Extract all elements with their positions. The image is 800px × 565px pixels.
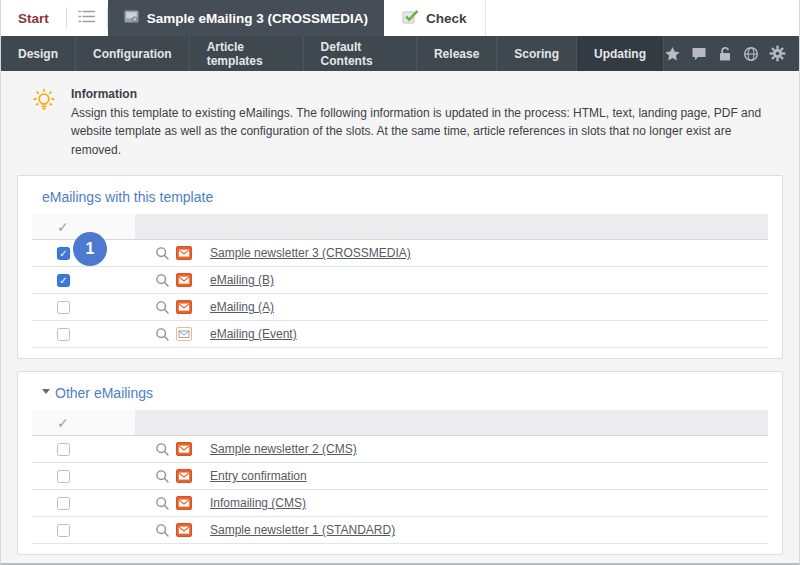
nav-action-icons	[664, 36, 799, 71]
tab-label: Check	[426, 11, 467, 26]
emailing-cell: eMailing (B)	[135, 273, 768, 288]
checkbox-cell	[32, 328, 135, 341]
start-tab[interactable]: Start	[1, 0, 66, 36]
emailings-table: Sample newsletter 3 (CROSSMEDIA)eMailing…	[32, 214, 768, 348]
preview-magnifier-icon[interactable]	[155, 496, 170, 511]
table-row: Entry confirmation	[32, 463, 768, 490]
table-row: Sample newsletter 1 (STANDARD)	[32, 517, 768, 544]
emailing-cell: Entry confirmation	[135, 469, 768, 484]
row-checkbox[interactable]	[57, 274, 70, 287]
table-row: Sample newsletter 2 (CMS)	[32, 436, 768, 463]
email-icon	[176, 300, 192, 314]
row-checkbox[interactable]	[57, 247, 70, 260]
preview-magnifier-icon[interactable]	[155, 273, 170, 288]
nav-label: Configuration	[93, 47, 172, 61]
row-checkbox[interactable]	[57, 301, 70, 314]
row-checkbox[interactable]	[57, 328, 70, 341]
checkbox-cell	[32, 497, 135, 510]
table-body: Sample newsletter 2 (CMS)Entry confirmat…	[32, 436, 768, 544]
list-view-button[interactable]	[67, 0, 107, 36]
checkbox-cell	[32, 470, 135, 483]
tab-label: Sample eMailing 3 (CROSSMEDIA)	[147, 11, 368, 26]
action-bar: 2 Save and assign	[1, 555, 799, 565]
row-checkbox[interactable]	[57, 524, 70, 537]
preview-magnifier-icon[interactable]	[155, 523, 170, 538]
select-all-checkmark-icon[interactable]	[57, 214, 69, 240]
nav-label: Updating	[594, 47, 646, 61]
row-checkbox[interactable]	[57, 497, 70, 510]
name-header-cell	[135, 214, 768, 239]
top-tab-bar: Start Sample eMailing 3 (CROSSMEDIA) Che…	[1, 0, 799, 36]
email-icon	[176, 442, 192, 456]
emailing-link[interactable]: eMailing (A)	[210, 300, 274, 314]
nav-tab-scoring[interactable]: Scoring	[497, 36, 577, 71]
emailing-cell: eMailing (Event)	[135, 327, 768, 342]
favorites-star-icon[interactable]	[664, 46, 681, 62]
checkbox-cell	[32, 524, 135, 537]
nav-label: Scoring	[514, 47, 559, 61]
emailing-link[interactable]: Sample newsletter 1 (STANDARD)	[210, 523, 395, 537]
nav-label: Design	[18, 47, 58, 61]
nav-label: Default Contents	[321, 40, 399, 68]
row-checkbox[interactable]	[57, 470, 70, 483]
emailing-cell: Sample newsletter 2 (CMS)	[135, 442, 768, 457]
panel-title-label: Other eMailings	[55, 385, 153, 401]
preview-magnifier-icon[interactable]	[155, 327, 170, 342]
tab-check[interactable]: Check	[384, 0, 486, 36]
emailing-link[interactable]: eMailing (B)	[210, 273, 274, 287]
table-row: Sample newsletter 3 (CROSSMEDIA)	[32, 240, 768, 267]
preview-magnifier-icon[interactable]	[155, 246, 170, 261]
info-lightbulb-icon	[31, 85, 57, 159]
list-icon	[78, 9, 96, 28]
emailing-link[interactable]: Sample newsletter 3 (CROSSMEDIA)	[210, 246, 411, 260]
checkbox-cell	[32, 274, 135, 287]
collapse-caret-icon[interactable]	[42, 389, 50, 394]
table-header	[32, 214, 768, 240]
panel-other-emailings: Other eMailings Sample newsletter 2 (CMS…	[17, 371, 783, 555]
settings-gear-icon[interactable]	[769, 45, 786, 62]
email-icon	[176, 273, 192, 287]
panel-title: Other eMailings	[32, 380, 768, 410]
nav-tab-release[interactable]: Release	[417, 36, 497, 71]
table-row: eMailing (Event)	[32, 321, 768, 348]
nav-tab-design[interactable]: Design	[1, 36, 76, 71]
emailing-link[interactable]: Entry confirmation	[210, 469, 307, 483]
nav-tab-default-contents[interactable]: Default Contents	[304, 36, 417, 71]
lock-icon[interactable]	[717, 46, 733, 62]
emailing-cell: Sample newsletter 3 (CROSSMEDIA)	[135, 246, 768, 261]
check-icon	[402, 9, 419, 27]
emailing-link[interactable]: Infomailing (CMS)	[210, 496, 306, 510]
table-row: eMailing (B)	[32, 267, 768, 294]
nav-tab-article-templates[interactable]: Article templates	[190, 36, 304, 71]
info-body: Assign this template to existing eMailin…	[71, 104, 779, 160]
email-icon	[176, 246, 192, 260]
table-row: Infomailing (CMS)	[32, 490, 768, 517]
emailing-link[interactable]: eMailing (Event)	[210, 327, 297, 341]
panel-emailings-with-template: eMailings with this template Sample news…	[17, 175, 783, 359]
emailing-cell: Sample newsletter 1 (STANDARD)	[135, 523, 768, 538]
application-window: Start Sample eMailing 3 (CROSSMEDIA) Che…	[0, 0, 800, 565]
nav-label: Article templates	[207, 40, 286, 68]
globe-icon[interactable]	[743, 46, 759, 62]
start-label: Start	[18, 11, 49, 26]
emailing-link[interactable]: Sample newsletter 2 (CMS)	[210, 442, 357, 456]
comments-bubble-icon[interactable]	[691, 46, 707, 62]
checkbox-cell	[32, 301, 135, 314]
info-title: Information	[71, 85, 779, 104]
nav-tab-configuration[interactable]: Configuration	[76, 36, 190, 71]
preview-magnifier-icon[interactable]	[155, 469, 170, 484]
module-nav-bar: Design Configuration Article templates D…	[1, 36, 799, 71]
info-message: Information Assign this template to exis…	[1, 71, 799, 167]
preview-magnifier-icon[interactable]	[155, 442, 170, 457]
table-header	[32, 410, 768, 436]
preview-magnifier-icon[interactable]	[155, 300, 170, 315]
nav-tab-updating[interactable]: Updating	[577, 36, 664, 71]
tab-sample-emailing[interactable]: Sample eMailing 3 (CROSSMEDIA)	[108, 0, 384, 36]
emailing-template-icon	[124, 10, 139, 26]
row-checkbox[interactable]	[57, 443, 70, 456]
select-all-checkmark-icon[interactable]	[57, 410, 69, 436]
email-icon	[176, 469, 192, 483]
email-event-icon	[176, 327, 192, 341]
nav-label: Release	[434, 47, 479, 61]
emailings-table: Sample newsletter 2 (CMS)Entry confirmat…	[32, 410, 768, 544]
